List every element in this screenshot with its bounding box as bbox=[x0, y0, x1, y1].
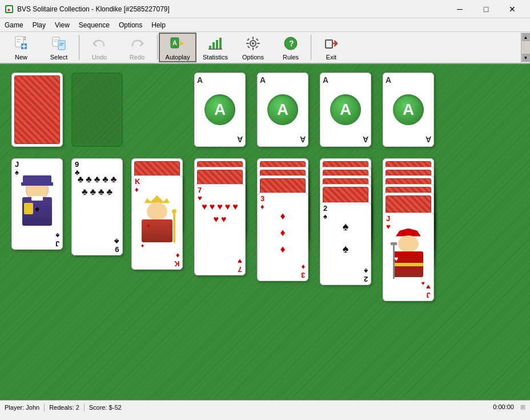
toolbar-scrollbar[interactable]: ▲ ▼ bbox=[521, 33, 530, 62]
menu-sequence[interactable]: Sequence bbox=[74, 18, 114, 31]
new-label: New bbox=[15, 54, 27, 61]
svg-rect-32 bbox=[247, 38, 250, 41]
rules-icon: ? bbox=[282, 34, 300, 53]
status-right: 0:00:00 ⊞ bbox=[493, 403, 525, 411]
close-button[interactable]: ✕ bbox=[499, 0, 525, 18]
foundation-2[interactable]: A A A bbox=[257, 73, 308, 147]
redo-label: Redo bbox=[130, 54, 144, 61]
minimize-button[interactable]: ─ bbox=[447, 0, 473, 18]
foundation-2-suit: A bbox=[277, 101, 288, 119]
tableau-col-5-card-face[interactable]: 3♦ ♦ ♦ ♦ 3♦ bbox=[257, 193, 308, 281]
game-area[interactable]: A A A A A A A A A A A A J♠ bbox=[0, 64, 530, 400]
svg-rect-24 bbox=[219, 38, 222, 49]
foundation-1-circle: A bbox=[204, 94, 235, 125]
svg-rect-33 bbox=[255, 46, 258, 49]
col7-rank-bot: J♥ bbox=[426, 282, 431, 299]
stock-card-back bbox=[14, 75, 60, 144]
svg-rect-31 bbox=[257, 43, 260, 44]
redo-icon bbox=[128, 34, 146, 53]
foundation-2-rank: A bbox=[260, 75, 266, 85]
toolbar-separator-1 bbox=[79, 35, 79, 60]
new-icon bbox=[12, 34, 30, 53]
foundation-2-circle: A bbox=[267, 94, 298, 125]
options-icon bbox=[244, 34, 262, 53]
menu-bar: Game Play View Sequence Options Help bbox=[0, 18, 530, 32]
svg-rect-21 bbox=[209, 46, 211, 49]
col5-rank-bot: 3♦ bbox=[301, 262, 305, 279]
redo-button[interactable]: Redo bbox=[118, 33, 156, 62]
autoplay-label: Autoplay bbox=[166, 54, 190, 61]
svg-rect-16 bbox=[59, 45, 63, 46]
col2-rank-bot: 9♣ bbox=[114, 237, 119, 253]
tableau-col-3-card-face[interactable]: K♦ ♦ ♦ K♦ bbox=[131, 175, 183, 270]
tableau-col-2-card-1[interactable]: 9♣ ♣ ♣ ♣ ♣ ♣ ♣ ♣ ♣ ♣ 9♣ bbox=[71, 158, 123, 255]
rules-button[interactable]: ? Rules bbox=[272, 33, 310, 62]
svg-rect-13 bbox=[54, 41, 57, 42]
foundation-1-rank-br: A bbox=[237, 135, 243, 144]
svg-rect-38 bbox=[326, 40, 332, 48]
svg-marker-19 bbox=[180, 41, 184, 46]
title-bar: ♠ BVS Solitaire Collection - Klondike [#… bbox=[0, 0, 530, 18]
col1-rank-top: J♠ bbox=[15, 161, 19, 177]
foundation-4-suit: A bbox=[403, 101, 414, 119]
autoplay-button[interactable]: A Autoplay bbox=[159, 33, 196, 62]
toolbar-separator-2 bbox=[157, 35, 158, 60]
status-sep-2 bbox=[84, 403, 85, 411]
menu-game[interactable]: Game bbox=[0, 18, 28, 31]
options-label: Options bbox=[242, 54, 264, 61]
foundation-3[interactable]: A A A bbox=[320, 73, 371, 147]
col6-rank-bot: 2♠ bbox=[364, 266, 368, 283]
exit-icon bbox=[322, 34, 340, 53]
maximize-button[interactable]: □ bbox=[473, 0, 499, 18]
exit-button[interactable]: Exit bbox=[312, 33, 350, 62]
toolbar-separator-3 bbox=[311, 35, 311, 60]
foundation-1[interactable]: A A A bbox=[194, 73, 246, 147]
col3-rank-bot: K♦ bbox=[174, 251, 179, 267]
svg-rect-15 bbox=[59, 43, 64, 44]
select-button[interactable]: Select bbox=[40, 33, 78, 62]
tableau-col-6-card-face[interactable]: 2♠ ♠ ♠ 2♠ bbox=[320, 202, 371, 285]
svg-text:?: ? bbox=[289, 39, 294, 48]
options-button[interactable]: Options bbox=[234, 33, 272, 62]
col6-rank-top: 2♠ bbox=[323, 205, 327, 221]
svg-text:♠: ♠ bbox=[7, 7, 10, 13]
foundation-4[interactable]: A A A bbox=[383, 73, 434, 147]
status-score: Score: $-52 bbox=[89, 404, 122, 411]
exit-label: Exit bbox=[326, 54, 336, 61]
tableau-col-1-card-1[interactable]: J♠ ♠ J♠ bbox=[11, 158, 63, 250]
status-bar: Player: John Redeals: 2 Score: $-52 0:00… bbox=[0, 400, 530, 414]
stock-pile[interactable] bbox=[11, 73, 63, 147]
col4-rank-bot: 7♥ bbox=[238, 257, 242, 273]
menu-play[interactable]: Play bbox=[28, 18, 50, 31]
svg-rect-30 bbox=[246, 43, 249, 44]
toolbar: New Select Undo bbox=[0, 32, 530, 64]
col5-rank-top: 3♦ bbox=[260, 195, 264, 211]
new-button[interactable]: New bbox=[2, 33, 40, 62]
tableau-col-4-card-face[interactable]: 7♥ ♥ ♥ ♥ ♥ ♥ ♥ ♥ 7♥ bbox=[194, 184, 246, 275]
svg-point-27 bbox=[252, 42, 254, 45]
undo-button[interactable]: Undo bbox=[81, 33, 118, 62]
svg-rect-10 bbox=[22, 46, 26, 47]
waste-pile[interactable] bbox=[71, 73, 123, 147]
svg-rect-20 bbox=[174, 46, 177, 47]
foundation-3-suit: A bbox=[340, 101, 351, 119]
app-icon: ♠ bbox=[5, 5, 14, 14]
tableau-col-7-card-face[interactable]: J♥ ♥ ♥ J♥ bbox=[383, 213, 434, 301]
svg-rect-28 bbox=[252, 37, 254, 39]
select-label: Select bbox=[50, 54, 68, 61]
menu-options[interactable]: Options bbox=[114, 18, 147, 31]
col1-rank-bot: J♠ bbox=[55, 231, 59, 247]
status-redeals: Redeals: 2 bbox=[49, 404, 79, 411]
status-player: Player: John bbox=[5, 404, 39, 411]
title-text: BVS Solitaire Collection - Klondike [#25… bbox=[17, 5, 447, 13]
svg-rect-12 bbox=[54, 39, 58, 41]
foundation-3-rank: A bbox=[323, 75, 328, 85]
status-sep-1 bbox=[44, 403, 45, 411]
svg-rect-22 bbox=[212, 42, 215, 49]
menu-help[interactable]: Help bbox=[147, 18, 170, 31]
foundation-4-rank: A bbox=[386, 75, 391, 85]
svg-rect-4 bbox=[17, 39, 21, 40]
foundation-1-suit: A bbox=[214, 101, 226, 119]
menu-view[interactable]: View bbox=[50, 18, 74, 31]
statistics-button[interactable]: Statistics bbox=[196, 33, 234, 62]
